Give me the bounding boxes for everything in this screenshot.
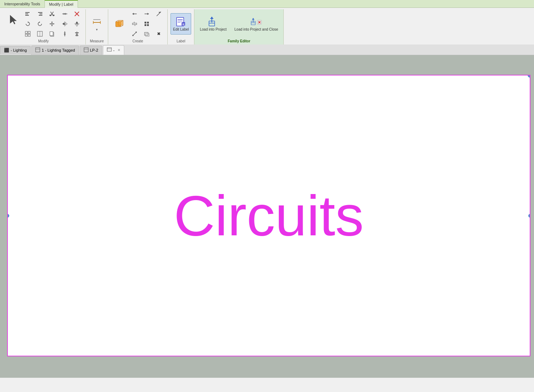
circuits-label: Circuits <box>174 183 363 249</box>
distribute-vert-icon <box>62 31 68 37</box>
label-group-label: Label <box>177 38 185 45</box>
svg-marker-17 <box>53 23 54 25</box>
cut-icon <box>49 11 55 17</box>
doc-tab-lighting-tagged[interactable]: 1 - Lighting Tagged <box>31 46 79 55</box>
doc-tab-dash[interactable]: - ✕ <box>103 45 124 55</box>
align-left-icon <box>25 11 31 17</box>
doc-tab-lighting-tagged-icon <box>35 47 40 53</box>
component-button[interactable] <box>111 13 128 35</box>
svg-rect-69 <box>145 32 148 35</box>
arrow-left-button[interactable] <box>129 9 140 19</box>
svg-marker-28 <box>65 13 66 15</box>
ribbon-group-create: ✖ Create <box>108 9 168 45</box>
detail-line-button[interactable] <box>129 19 140 28</box>
doc-tab-lp2-label: LP-2 <box>90 48 98 52</box>
doc-tab-dash-close[interactable]: ✕ <box>117 48 120 52</box>
detail-line-icon <box>132 21 137 27</box>
svg-rect-63 <box>147 22 149 23</box>
svg-rect-65 <box>147 24 149 26</box>
distribute-vert-button[interactable] <box>59 29 70 38</box>
load-into-project-and-close-button[interactable]: Load into Project and Close <box>232 13 281 35</box>
flip-vert-button[interactable] <box>71 19 83 28</box>
rotate-ccw-button[interactable] <box>34 19 46 28</box>
measure-distance-button[interactable]: ▼ <box>89 15 105 33</box>
flip-vert-icon <box>74 21 80 27</box>
copy-icon <box>49 31 55 37</box>
move-icon <box>49 21 55 27</box>
doc-tab-dash-icon <box>107 47 112 53</box>
distribute-horiz-icon <box>62 11 68 17</box>
svg-rect-20 <box>25 34 27 36</box>
svg-marker-16 <box>49 23 51 25</box>
align-center-button[interactable] <box>71 29 83 38</box>
svg-rect-5 <box>39 15 42 16</box>
cut-button[interactable] <box>46 9 58 19</box>
svg-point-94 <box>529 75 530 77</box>
delete-icon <box>74 11 80 17</box>
select-all-button[interactable] <box>141 19 152 28</box>
flip-horiz-button[interactable] <box>59 19 70 28</box>
copy-button[interactable] <box>46 29 58 38</box>
svg-marker-36 <box>75 24 78 26</box>
measure-buttons: ▼ <box>89 9 105 38</box>
load-into-project-button[interactable]: Load into Project <box>197 13 229 35</box>
flip-horiz-icon <box>62 21 68 27</box>
arrow-right-icon <box>144 11 150 17</box>
svg-marker-32 <box>62 22 64 25</box>
tab-modify-label[interactable]: Modify | Label <box>44 0 78 8</box>
distribute-horiz-button[interactable] <box>59 9 70 19</box>
scale-button[interactable] <box>129 29 140 38</box>
delete-button[interactable] <box>71 9 83 19</box>
rotate-cw-button[interactable] <box>22 19 33 28</box>
align-right-icon <box>37 11 43 17</box>
svg-line-50 <box>116 20 118 22</box>
arrow-right-button[interactable] <box>141 9 152 19</box>
edit-label-icon: E <box>175 16 187 27</box>
svg-rect-70 <box>146 33 149 36</box>
svg-marker-15 <box>51 25 53 26</box>
handle-top-right[interactable] <box>528 75 530 78</box>
svg-marker-83 <box>252 18 255 20</box>
svg-rect-9 <box>53 15 54 16</box>
arrow-left-icon <box>132 11 137 17</box>
align-right-button[interactable] <box>34 9 46 19</box>
grid-button[interactable] <box>22 29 33 38</box>
ribbon: Interoperability Tools Modify | Label <box>0 0 534 45</box>
measure-distance-icon <box>91 17 103 28</box>
svg-marker-79 <box>210 17 214 19</box>
trim-button[interactable]: ✖ <box>153 29 164 38</box>
trim-icon: ✖ <box>156 31 162 37</box>
diagonal-button[interactable] <box>153 9 164 19</box>
svg-rect-1 <box>25 14 28 14</box>
ribbon-content: Modify ▼ Measure <box>0 8 534 45</box>
svg-rect-41 <box>75 32 79 33</box>
select-button[interactable] <box>4 9 21 31</box>
svg-rect-64 <box>145 24 146 26</box>
svg-marker-14 <box>51 21 53 22</box>
svg-marker-54 <box>132 13 134 15</box>
tab-interoperability-tools[interactable]: Interoperability Tools <box>0 0 44 7</box>
handle-right[interactable] <box>528 214 530 218</box>
load-into-project-icon <box>208 16 219 27</box>
handle-left[interactable] <box>7 214 9 218</box>
edit-label-text: Edit Label <box>173 27 189 32</box>
align-left-button[interactable] <box>22 9 33 19</box>
svg-marker-56 <box>147 13 149 15</box>
svg-rect-19 <box>28 31 30 33</box>
svg-rect-42 <box>76 34 78 35</box>
move-button[interactable] <box>46 19 58 28</box>
doc-tab-lighting-icon: ⬛ <box>4 48 9 53</box>
doc-tab-lp2[interactable]: LP-2 <box>80 46 102 55</box>
svg-text:E: E <box>183 23 185 26</box>
label-buttons: E Edit Label <box>171 9 191 38</box>
svg-rect-88 <box>36 48 40 52</box>
component-icon <box>114 18 125 30</box>
svg-rect-4 <box>40 14 42 14</box>
svg-rect-92 <box>107 48 111 51</box>
offset-icon <box>144 31 150 37</box>
split-button[interactable] <box>34 29 46 38</box>
edit-label-button[interactable]: E Edit Label <box>171 13 191 35</box>
offset-button[interactable] <box>141 29 152 38</box>
ribbon-group-measure: ▼ Measure <box>86 9 108 45</box>
doc-tab-lighting[interactable]: ⬛ - Lighting <box>0 46 31 54</box>
